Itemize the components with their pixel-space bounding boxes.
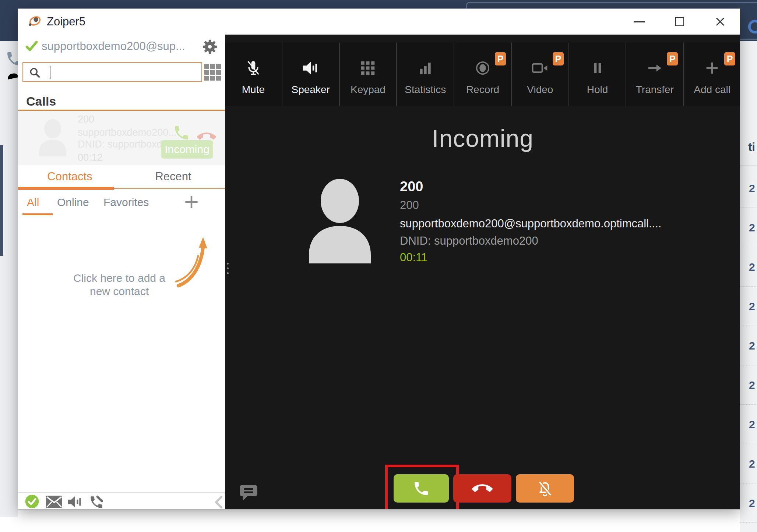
toolbar-statistics-button[interactable]: Statistics — [396, 43, 454, 106]
call-entry-duration: 00:12 — [78, 152, 103, 163]
caller-uri: supportboxdemo200@supportboxdemo.optimca… — [400, 217, 661, 230]
toolbar-label: Record — [466, 84, 499, 96]
answer-phone-icon — [412, 480, 430, 497]
sidebar-tabs: Contacts Recent — [18, 167, 225, 186]
filter-online[interactable]: Online — [57, 193, 89, 212]
filter-favorites[interactable]: Favorites — [103, 193, 149, 212]
bell-off-icon — [536, 479, 554, 498]
call-panel: Mute Speaker — [225, 35, 740, 510]
toolbar-transfer-button[interactable]: P Transfer — [626, 43, 683, 106]
table-row: 2 — [740, 405, 757, 444]
mic-off-icon — [245, 60, 262, 77]
search-icon — [28, 66, 41, 79]
call-entry-name: 200 — [78, 114, 94, 125]
zoiper-logo-icon — [27, 14, 42, 29]
zoiper-window: Zoiper5 supportboxdemo200@sup... — [18, 8, 740, 510]
settings-gear-icon[interactable] — [201, 38, 218, 55]
hint-line1: Click here to add a — [57, 272, 182, 285]
window-title: Zoiper5 — [47, 9, 85, 35]
sidebar-statusbar — [18, 492, 225, 510]
toolbar-record-button[interactable]: P Record — [454, 43, 511, 106]
table-row: 2 — [740, 326, 757, 365]
background-table-header: ti — [748, 141, 755, 154]
registration-status-icon[interactable] — [25, 494, 39, 509]
close-icon — [715, 16, 726, 27]
toolbar-label: Speaker — [292, 84, 330, 96]
tab-underline-thin — [114, 188, 225, 189]
toolbar-label: Add call — [694, 84, 730, 96]
tab-recent[interactable]: Recent — [122, 167, 225, 186]
dialpad-icon[interactable] — [204, 64, 221, 81]
toolbar-hold-button[interactable]: Hold — [568, 43, 626, 106]
text-cursor — [50, 66, 50, 79]
premium-badge: P — [724, 52, 735, 65]
table-row: 2 — [740, 247, 757, 287]
toolbar-label: Video — [527, 84, 553, 96]
chat-icon[interactable] — [239, 484, 258, 502]
premium-badge: P — [667, 52, 678, 65]
audio-output-icon[interactable] — [67, 495, 83, 508]
toolbar-mute-button[interactable]: Mute — [225, 43, 282, 106]
active-tab-underline — [18, 187, 114, 190]
panel-resize-handle[interactable] — [226, 263, 229, 279]
premium-badge: P — [553, 52, 564, 65]
toolbar-keypad-button[interactable]: Keypad — [339, 43, 397, 106]
calls-header: Calls — [26, 94, 56, 109]
toolbar-label: Keypad — [351, 84, 385, 96]
table-row: 2 — [740, 483, 757, 523]
minimize-icon — [634, 21, 645, 22]
answer-icon[interactable] — [173, 124, 190, 142]
toolbar-speaker-button[interactable]: Speaker — [282, 43, 339, 106]
messages-icon[interactable] — [46, 496, 62, 508]
add-contact-hint[interactable]: Click here to add a new contact — [57, 272, 182, 298]
titlebar[interactable]: Zoiper5 — [18, 9, 740, 35]
keypad-icon — [360, 60, 376, 76]
hold-pause-icon — [590, 60, 605, 76]
toolbar-video-button[interactable]: P Video — [511, 43, 568, 106]
background-scroll-strip — [0, 145, 3, 256]
hint-line2: new contact — [57, 285, 182, 298]
maximize-icon — [675, 17, 684, 26]
caller-avatar — [303, 179, 377, 263]
add-contact-button[interactable] — [182, 193, 201, 211]
background-search-icon[interactable] — [746, 18, 757, 38]
background-table-header-line — [740, 166, 757, 166]
minimize-button[interactable] — [628, 9, 651, 35]
record-icon — [474, 60, 491, 77]
video-camera-icon — [531, 61, 549, 75]
filter-all[interactable]: All — [27, 193, 39, 212]
mute-ringtone-button[interactable] — [516, 474, 574, 503]
call-settings-icon[interactable] — [89, 494, 104, 510]
table-row: 2 — [740, 287, 757, 326]
add-call-plus-icon — [704, 60, 721, 77]
caller-number: 200 — [400, 199, 419, 212]
active-filter-underline — [22, 213, 53, 215]
toolbar-label: Statistics — [405, 84, 446, 96]
tab-contacts[interactable]: Contacts — [18, 167, 122, 186]
table-row: 2 — [740, 169, 757, 208]
call-list-item[interactable]: 200 supportboxdemo200... DNID: supportbo… — [18, 111, 225, 165]
background-left-strip — [0, 41, 18, 517]
arrow-swoosh-icon — [173, 235, 211, 289]
collapse-panel-button[interactable] — [212, 495, 225, 510]
screen: ti 2 2 2 2 2 2 2 2 2 Zoiper5 — [0, 0, 757, 532]
background-shape — [7, 72, 19, 79]
hangup-button[interactable] — [453, 474, 511, 503]
call-timer: 00:11 — [400, 251, 427, 264]
hangup-phone-icon — [472, 478, 493, 499]
account-name[interactable]: supportboxdemo200@sup... — [42, 38, 198, 54]
background-table-rows: 2 2 2 2 2 2 2 2 2 — [740, 169, 757, 523]
statistics-icon — [417, 60, 433, 76]
close-button[interactable] — [709, 9, 732, 35]
answer-button[interactable] — [394, 474, 449, 503]
table-row: 2 — [740, 208, 757, 247]
caller-avatar-small — [36, 115, 69, 160]
table-row: 2 — [740, 365, 757, 405]
transfer-arrow-icon — [646, 60, 663, 77]
sidebar: supportboxdemo200@sup... — [18, 35, 225, 510]
toolbar-add-call-button[interactable]: P Add call — [683, 43, 740, 106]
call-state-title: Incoming — [225, 124, 740, 152]
table-row: 2 — [740, 444, 757, 483]
maximize-button[interactable] — [668, 9, 691, 35]
search-input[interactable] — [22, 62, 202, 82]
